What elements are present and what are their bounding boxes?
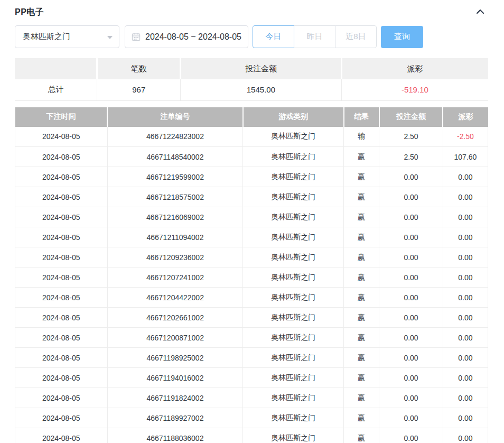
cell-result: 赢 [344, 428, 379, 443]
cell-result: 赢 [344, 247, 379, 267]
cell-bet-amount: 0.00 [379, 207, 443, 227]
cell-order-number: 46671224823002 [107, 127, 243, 147]
table-row: 2024-08-05 46671219599002 奥林匹斯之门 赢 0.00 … [15, 167, 488, 187]
summary-col-payout: 派彩 [341, 58, 488, 79]
cell-order-number: 46671198925002 [107, 348, 243, 368]
table-row: 2024-08-05 46671148540002 奥林匹斯之门 赢 2.50 … [15, 147, 488, 167]
cell-payout: 0.00 [443, 167, 488, 187]
cell-bet-amount: 0.00 [379, 388, 443, 408]
cell-order-number: 46671189927002 [107, 408, 243, 428]
game-select-value: 奥林匹斯之门 [23, 32, 70, 42]
cell-game-type: 奥林匹斯之门 [243, 428, 344, 443]
cell-bet-time: 2024-08-05 [15, 247, 108, 267]
cell-bet-time: 2024-08-05 [15, 308, 108, 328]
cell-order-number: 46671148540002 [107, 147, 243, 167]
cell-payout: 0.00 [443, 328, 488, 348]
cell-bet-amount: 0.00 [379, 428, 443, 443]
cell-result: 赢 [344, 167, 379, 187]
cell-result: 赢 [344, 368, 379, 388]
cell-payout: 0.00 [443, 348, 488, 368]
cell-game-type: 奥林匹斯之门 [243, 308, 344, 328]
date-range-value: 2024-08-05 ~ 2024-08-05 [145, 32, 241, 42]
cell-bet-amount: 0.00 [379, 328, 443, 348]
summary-header-row: 笔数 投注金额 派彩 [15, 58, 488, 79]
cell-payout: 0.00 [443, 428, 488, 443]
cell-bet-time: 2024-08-05 [15, 328, 108, 348]
quick-range-last8days-button[interactable]: 近8日 [335, 25, 377, 48]
cell-payout: 0.00 [443, 308, 488, 328]
game-select[interactable]: 奥林匹斯之门 [15, 25, 119, 48]
cell-game-type: 奥林匹斯之门 [243, 227, 344, 247]
quick-range-group: 今日 昨日 近8日 [253, 25, 377, 48]
cell-game-type: 奥林匹斯之门 [243, 267, 344, 288]
cell-order-number: 46671204422002 [107, 288, 243, 308]
bets-table-body: 2024-08-05 46671224823002 奥林匹斯之门 输 2.50 … [15, 127, 488, 443]
cell-order-number: 46671218575002 [107, 187, 243, 207]
cell-bet-time: 2024-08-05 [15, 368, 108, 388]
collapse-panel-button[interactable] [472, 7, 488, 18]
summary-total-label: 总计 [15, 79, 97, 100]
cell-order-number: 46671202661002 [107, 308, 243, 328]
cell-bet-amount: 0.00 [379, 348, 443, 368]
cell-bet-time: 2024-08-05 [15, 267, 108, 288]
cell-payout: 0.00 [443, 388, 488, 408]
cell-order-number: 46671219599002 [107, 167, 243, 187]
cell-bet-amount: 0.00 [379, 247, 443, 267]
cell-payout: 0.00 [443, 267, 488, 288]
cell-game-type: 奥林匹斯之门 [243, 408, 344, 428]
cell-order-number: 46671216069002 [107, 207, 243, 227]
chevron-up-icon [475, 9, 485, 17]
cell-result: 赢 [344, 288, 379, 308]
bets-header-row: 下注时间 注单编号 游戏类别 结果 投注金额 派彩 [15, 107, 488, 127]
calendar-icon [132, 32, 141, 41]
cell-bet-amount: 0.00 [379, 267, 443, 288]
bets-table: 下注时间 注单编号 游戏类别 结果 投注金额 派彩 2024-08-05 466… [15, 107, 488, 443]
quick-range-yesterday-button[interactable]: 昨日 [294, 25, 335, 48]
cell-result: 赢 [344, 328, 379, 348]
summary-col-empty [15, 58, 97, 79]
date-range-input[interactable]: 2024-08-05 ~ 2024-08-05 [125, 25, 248, 48]
table-row: 2024-08-05 46671200871002 奥林匹斯之门 赢 0.00 … [15, 328, 488, 348]
summary-col-count: 笔数 [97, 58, 181, 79]
table-row: 2024-08-05 46671224823002 奥林匹斯之门 输 2.50 … [15, 127, 488, 147]
cell-result: 赢 [344, 187, 379, 207]
col-result: 结果 [344, 107, 379, 127]
cell-bet-time: 2024-08-05 [15, 428, 108, 443]
cell-payout: 0.00 [443, 408, 488, 428]
cell-bet-amount: 2.50 [379, 127, 443, 147]
cell-game-type: 奥林匹斯之门 [243, 328, 344, 348]
cell-payout: 0.00 [443, 207, 488, 227]
table-row: 2024-08-05 46671189927002 奥林匹斯之门 赢 0.00 … [15, 408, 488, 428]
table-row: 2024-08-05 46671207241002 奥林匹斯之门 赢 0.00 … [15, 267, 488, 288]
cell-game-type: 奥林匹斯之门 [243, 348, 344, 368]
cell-game-type: 奥林匹斯之门 [243, 288, 344, 308]
search-button[interactable]: 查询 [381, 26, 423, 48]
table-row: 2024-08-05 46671216069002 奥林匹斯之门 赢 0.00 … [15, 207, 488, 227]
cell-game-type: 奥林匹斯之门 [243, 368, 344, 388]
cell-game-type: 奥林匹斯之门 [243, 167, 344, 187]
cell-bet-amount: 0.00 [379, 227, 443, 247]
cell-bet-time: 2024-08-05 [15, 227, 108, 247]
col-bet-amount: 投注金额 [379, 107, 443, 127]
table-row: 2024-08-05 46671202661002 奥林匹斯之门 赢 0.00 … [15, 308, 488, 328]
cell-payout: 0.00 [443, 288, 488, 308]
cell-result: 赢 [344, 267, 379, 288]
cell-bet-amount: 0.00 [379, 408, 443, 428]
cell-bet-time: 2024-08-05 [15, 288, 108, 308]
table-row: 2024-08-05 46671191824002 奥林匹斯之门 赢 0.00 … [15, 388, 488, 408]
table-row: 2024-08-05 46671188036002 奥林匹斯之门 赢 0.00 … [15, 428, 488, 443]
table-row: 2024-08-05 46671211094002 奥林匹斯之门 赢 0.00 … [15, 227, 488, 247]
cell-result: 赢 [344, 348, 379, 368]
table-row: 2024-08-05 46671209236002 奥林匹斯之门 赢 0.00 … [15, 247, 488, 267]
table-row: 2024-08-05 46671194016002 奥林匹斯之门 赢 0.00 … [15, 368, 488, 388]
table-row: 2024-08-05 46671198925002 奥林匹斯之门 赢 0.00 … [15, 348, 488, 368]
quick-range-today-button[interactable]: 今日 [253, 25, 294, 48]
summary-table: 笔数 投注金额 派彩 总计 967 1545.00 -519.10 [15, 58, 488, 101]
cell-game-type: 奥林匹斯之门 [243, 147, 344, 167]
cell-game-type: 奥林匹斯之门 [243, 388, 344, 408]
cell-payout: 107.60 [443, 147, 488, 167]
cell-result: 赢 [344, 207, 379, 227]
cell-bet-time: 2024-08-05 [15, 127, 108, 147]
filter-bar: 奥林匹斯之门 2024-08-05 ~ 2024-08-05 今日 昨日 近8日… [15, 25, 488, 48]
cell-bet-amount: 0.00 [379, 187, 443, 207]
